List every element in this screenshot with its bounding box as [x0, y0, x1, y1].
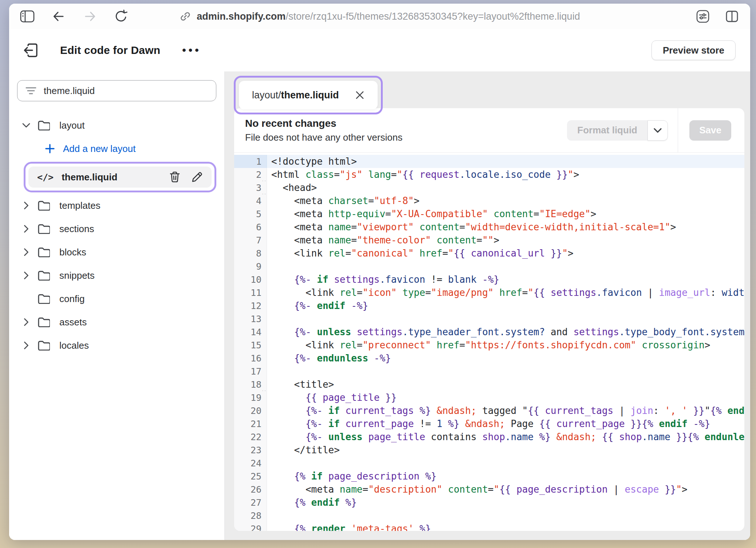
code-line-23[interactable]: 23 </title> — [234, 443, 744, 457]
editor-card-header: No recent changes File does not have any… — [234, 108, 744, 153]
page-settings-icon[interactable] — [696, 9, 710, 24]
add-new-layout-link[interactable]: Add a new layout — [17, 137, 216, 160]
code-line-25[interactable]: 25 {% if page_description %} — [234, 470, 744, 483]
sidebar-folder-sections[interactable]: sections — [17, 217, 216, 240]
code-line-29[interactable]: 29 {% render 'meta-tags' %} — [234, 522, 744, 531]
save-button[interactable]: Save — [689, 120, 731, 141]
link-icon — [179, 11, 191, 22]
code-file-icon: </> — [37, 172, 54, 183]
code-line-text: <link rel="preconnect" href="https://fon… — [267, 338, 744, 352]
chevron-right-icon[interactable] — [21, 271, 31, 280]
format-liquid-button: Format liquid — [567, 120, 668, 141]
folder-label: blocks — [59, 247, 86, 258]
chevron-right-icon[interactable] — [21, 318, 31, 326]
code-line-8[interactable]: 8 <link rel="canonical" href="{{ canonic… — [234, 247, 744, 260]
sidebar-file-theme-liquid[interactable]: </>theme.liquid — [28, 167, 212, 188]
sidebar-folder-config[interactable]: config — [17, 287, 216, 310]
file-tree: layoutAdd a new layout</>theme.liquidtem… — [17, 114, 216, 357]
code-line-18[interactable]: 18⌄ <title> — [234, 378, 744, 391]
code-line-2[interactable]: 2⌄<html class="js" lang="{{ request.loca… — [234, 168, 744, 181]
code-line-text: <meta name="theme-color" content=""> — [267, 234, 744, 247]
sidebar-folder-snippets[interactable]: snippets — [17, 264, 216, 287]
more-actions-button[interactable]: ••• — [182, 44, 201, 56]
code-line-4[interactable]: 4 <meta charset="utf-8"> — [234, 194, 744, 207]
code-line-text: <html class="js" lang="{{ request.locale… — [267, 168, 744, 181]
line-number: 23 — [234, 443, 267, 457]
back-icon[interactable] — [51, 9, 66, 24]
code-line-11[interactable]: 11 <link rel="icon" type="image/png" hre… — [234, 286, 744, 299]
line-number: 28 — [234, 509, 267, 522]
forward-icon[interactable] — [83, 9, 97, 24]
line-number: 19 — [234, 391, 267, 404]
file-filter-field[interactable] — [17, 80, 216, 101]
code-line-15[interactable]: 15 <link rel="preconnect" href="https://… — [234, 338, 744, 352]
browser-toolbar: admin.shopify.com/store/rzq1xu-f5/themes… — [9, 4, 750, 29]
line-number: 9 — [234, 260, 267, 273]
tab-label: layout/theme.liquid — [252, 90, 339, 101]
chevron-right-icon[interactable] — [21, 248, 31, 257]
preview-store-button[interactable]: Preview store — [651, 40, 736, 60]
changes-status-subtitle: File does not have any other versions — [245, 132, 567, 143]
code-line-1[interactable]: 1<!doctype html> — [234, 155, 744, 168]
sidebar-toggle-icon[interactable] — [20, 9, 35, 24]
delete-file-icon[interactable] — [169, 171, 180, 183]
address-bar[interactable]: admin.shopify.com/store/rzq1xu-f5/themes… — [179, 11, 580, 22]
code-line-12[interactable]: 12 {%- endif -%} — [234, 299, 744, 312]
folder-label: config — [59, 293, 84, 305]
reload-icon[interactable] — [114, 9, 129, 24]
code-line-3[interactable]: 3⌄ <head> — [234, 181, 744, 194]
chevron-right-icon[interactable] — [21, 201, 31, 210]
code-line-17[interactable]: 17 — [234, 365, 744, 378]
folder-icon — [38, 294, 50, 304]
sidebar-folder-assets[interactable]: assets — [17, 310, 216, 334]
format-dropdown-button[interactable] — [647, 120, 668, 141]
rename-file-icon[interactable] — [191, 171, 203, 183]
editor-main: layout/theme.liquid No recent changes Fi… — [225, 71, 750, 540]
code-line-16[interactable]: 16 {%- endunless -%} — [234, 352, 744, 365]
close-tab-icon[interactable] — [355, 90, 365, 100]
folder-label: sections — [59, 223, 94, 235]
sidebar-folder-blocks[interactable]: blocks — [17, 240, 216, 264]
code-line-text — [267, 509, 744, 522]
format-liquid-label[interactable]: Format liquid — [567, 120, 647, 141]
chevron-right-icon[interactable] — [21, 224, 31, 233]
changes-status-title: No recent changes — [245, 118, 567, 129]
code-line-19[interactable]: 19 {{ page_title }} — [234, 391, 744, 404]
code-line-6[interactable]: 6 <meta name="viewport" content="width=d… — [234, 220, 744, 234]
code-line-20[interactable]: 20 {%- if current_tags %} &ndash; tagged… — [234, 404, 744, 417]
chevron-down-icon — [21, 294, 31, 303]
code-line-26[interactable]: 26 <meta name="description" content="{{ … — [234, 483, 744, 496]
line-number: 24 — [234, 457, 267, 470]
chevron-right-icon[interactable] — [21, 341, 31, 350]
sidebar-folder-layout[interactable]: layout — [17, 114, 216, 137]
code-line-text — [267, 365, 744, 378]
file-filter-input[interactable] — [44, 85, 208, 97]
code-line-text: {% if page_description %} — [267, 470, 744, 483]
code-line-14[interactable]: 14 {%- unless settings.type_header_font.… — [234, 325, 744, 338]
tab-theme-liquid[interactable]: layout/theme.liquid — [239, 81, 378, 109]
chevron-down-icon — [654, 128, 662, 133]
code-line-text — [267, 312, 744, 325]
sidebar-folder-locales[interactable]: locales — [17, 334, 216, 357]
code-line-21[interactable]: 21 {%- if current_page != 1 %} &ndash; P… — [234, 417, 744, 430]
code-line-22[interactable]: 22 {%- unless page_title contains shop.n… — [234, 430, 744, 443]
code-line-5[interactable]: 5 <meta http-equiv="X-UA-Compatible" con… — [234, 207, 744, 220]
code-line-13[interactable]: 13 — [234, 312, 744, 325]
code-line-10[interactable]: 10 {%- if settings.favicon != blank -%} — [234, 273, 744, 286]
plus-icon — [45, 144, 55, 154]
code-line-text: {%- if current_page != 1 %} &ndash; Page… — [267, 417, 744, 430]
code-line-text: {% endif %} — [267, 496, 744, 509]
sidebar-folder-templates[interactable]: templates — [17, 194, 216, 217]
folder-icon — [38, 200, 50, 211]
code-line-27[interactable]: 27 {% endif %} — [234, 496, 744, 509]
code-line-28[interactable]: 28 — [234, 509, 744, 522]
browser-window: admin.shopify.com/store/rzq1xu-f5/themes… — [9, 4, 750, 540]
code-line-7[interactable]: 7 <meta name="theme-color" content=""> — [234, 234, 744, 247]
code-editor[interactable]: 1<!doctype html>2⌄<html class="js" lang=… — [234, 153, 744, 531]
add-new-layout-label: Add a new layout — [63, 143, 135, 154]
exit-editor-icon[interactable] — [22, 42, 40, 59]
code-line-24[interactable]: 24 — [234, 457, 744, 470]
chevron-down-icon[interactable] — [21, 122, 31, 128]
code-line-9[interactable]: 9 — [234, 260, 744, 273]
split-view-icon[interactable] — [725, 9, 739, 24]
